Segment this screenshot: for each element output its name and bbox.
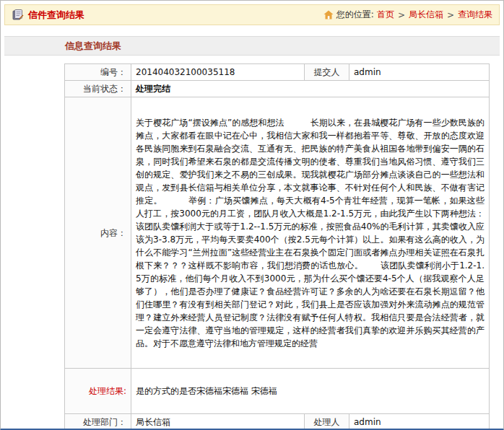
header-bar: 信件查询结果 您的位置: 首页 > 局长信箱 > 查询结果 — [4, 4, 500, 25]
number-label: 编号： — [65, 64, 131, 81]
status-label: 当前状态： — [65, 81, 131, 97]
breadcrumb-link-query-result[interactable]: 查询结果 — [458, 9, 492, 21]
letter-icon — [12, 9, 24, 21]
handler-label: 处理人 — [305, 414, 349, 430]
table-row-result: 处理结果: 是的方式的是否宋德福宋德福 宋德福 — [65, 369, 490, 414]
breadcrumb-separator: > — [446, 10, 455, 20]
submitter-value: admin — [349, 64, 490, 81]
header-left: 信件查询结果 — [12, 9, 84, 22]
result-label: 处理结果: — [65, 369, 131, 414]
content-value: 关于樱花广场“摆设摊点”的感想和想法 长期以来，在县城樱花广场有一些少数民族的摊… — [131, 97, 490, 369]
breadcrumb-separator: > — [397, 10, 406, 20]
breadcrumb-location-label: 您的位置: — [336, 9, 374, 21]
table-row-status: 当前状态： 处理完结 — [65, 81, 490, 97]
section-title: 信息查询结果 — [65, 40, 121, 51]
handler-value: admin — [349, 414, 490, 430]
status-value: 处理完结 — [131, 81, 490, 97]
table-row-number: 编号： 201404032100035118 提交人 admin — [65, 64, 490, 81]
table-row-department: 处理部门： 局长信箱 处理人 admin — [65, 414, 490, 430]
submitter-label: 提交人 — [305, 64, 349, 81]
department-label: 处理部门： — [65, 414, 131, 430]
breadcrumb: 您的位置: 首页 > 局长信箱 > 查询结果 — [323, 9, 492, 21]
breadcrumb-link-home[interactable]: 首页 — [377, 9, 394, 21]
result-value: 是的方式的是否宋德福宋德福 宋德福 — [131, 369, 490, 414]
breadcrumb-link-mailbox[interactable]: 局长信箱 — [409, 9, 443, 21]
page-title: 信件查询结果 — [28, 9, 84, 22]
content-label: 内容： — [65, 97, 131, 369]
section-title-bar: 信息查询结果 — [4, 36, 500, 56]
department-value: 局长信箱 — [131, 414, 305, 430]
result-table: 编号： 201404032100035118 提交人 admin 当前状态： 处… — [64, 63, 490, 430]
home-icon — [323, 10, 334, 19]
table-row-content: 内容： 关于樱花广场“摆设摊点”的感想和想法 长期以来，在县城樱花广场有一些少数… — [65, 97, 490, 369]
page: 信件查询结果 您的位置: 首页 > 局长信箱 > 查询结果 信息查询结果 编号： — [0, 0, 504, 430]
number-value: 201404032100035118 — [131, 64, 305, 81]
